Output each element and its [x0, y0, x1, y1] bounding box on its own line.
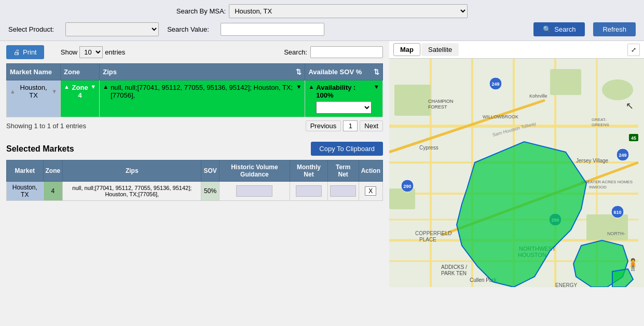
sel-zips: null, null;[77041, 95112, 77055, 95136, … [63, 182, 201, 201]
svg-text:Jersey Village: Jersey Village [576, 158, 609, 164]
msa-select[interactable]: Houston, TX [229, 4, 468, 18]
svg-text:249: 249 [491, 82, 499, 87]
sel-col-market: Market [7, 160, 44, 182]
sel-sov: 50% [201, 182, 219, 201]
availability-cell: ▲ Availability : 100% ▼ [305, 80, 383, 117]
sel-col-term-net: Term Net [327, 160, 359, 182]
market-cell: ▲ Houston, TX ▼ [7, 80, 61, 117]
svg-text:PLACE: PLACE [419, 237, 436, 242]
zone-cell: ▲ Zone 4 ▼ [61, 80, 100, 117]
svg-text:Cypress: Cypress [419, 145, 439, 151]
svg-text:PARK TEN: PARK TEN [441, 270, 467, 276]
selected-markets-section: Selected Markets Copy To Clipboard Marke… [6, 142, 383, 201]
sel-col-zone: Zone [43, 160, 63, 182]
search-value-label: Search Value: [167, 25, 209, 33]
col-zone: Zone [61, 64, 100, 80]
search-value-input[interactable] [221, 23, 324, 36]
hist-vol-input[interactable] [236, 185, 272, 197]
search-button[interactable]: 🔍 Search [533, 22, 585, 36]
selected-markets-table: Market Zone Zips SOV Historic Volume Gui… [6, 160, 383, 201]
sel-col-sov: SOV [201, 160, 219, 182]
col-zips: Zips ⇅ [100, 64, 305, 80]
sel-zone: 4 [43, 182, 63, 201]
zips-cell: ▲ null, null;[77041, 95112, 77055, 95136… [100, 80, 305, 117]
svg-text:INWOOD: INWOOD [589, 185, 607, 189]
previous-button[interactable]: Previous [306, 120, 341, 131]
svg-text:249: 249 [619, 153, 626, 158]
availability-dropdown[interactable] [316, 101, 372, 114]
sel-market: Houston, TX [7, 182, 44, 201]
availability-label: Availability : 100% [316, 84, 372, 99]
svg-text:CHAMPION: CHAMPION [428, 99, 454, 104]
sel-term-net[interactable] [327, 182, 359, 201]
entries-label: entries [105, 48, 125, 56]
sel-monthly-net[interactable] [290, 182, 328, 201]
term-net-input[interactable] [330, 185, 356, 197]
print-button[interactable]: 🖨 Print [6, 45, 44, 59]
svg-rect-17 [586, 214, 628, 240]
svg-rect-15 [550, 69, 581, 95]
page-number: 1 [343, 120, 358, 131]
pagination-info: Showing 1 to 1 of 1 entries [6, 122, 86, 130]
col-available-sov: Available SOV % ⇅ [305, 64, 383, 80]
svg-text:COPPERFIELD: COPPERFIELD [415, 230, 452, 236]
svg-text:GREAT-: GREAT- [592, 117, 607, 122]
sel-col-hist-vol: Historic Volume Guidance [219, 160, 290, 182]
refresh-button[interactable]: Refresh [593, 22, 636, 36]
zips-text: null, null;[77041, 95112, 77055, 95136, … [111, 84, 294, 99]
map-area: 290 249 249 290 610 [389, 59, 644, 287]
monthly-net-input[interactable] [296, 185, 322, 197]
selected-markets-title: Selected Markets [6, 144, 74, 154]
svg-rect-14 [394, 85, 431, 116]
svg-text:ENERGY: ENERGY [555, 282, 578, 287]
show-label: Show [61, 48, 78, 56]
table-search-label: Search: [284, 48, 307, 56]
next-button[interactable]: Next [360, 120, 383, 131]
copy-clipboard-button[interactable]: Copy To Clipboard [311, 142, 383, 156]
table-row: ▲ Houston, TX ▼ ▲ Zone 4 ▼ [7, 80, 383, 117]
market-table: Market Name Zone Zips ⇅ Available SOV % … [6, 63, 383, 117]
entries-select[interactable]: 10 25 50 [79, 46, 103, 58]
map-container: Map Satellite ⤢ [389, 41, 644, 287]
sel-hist-vol[interactable] [219, 182, 290, 201]
svg-text:GREATER ACRES HOMES: GREATER ACRES HOMES [581, 180, 633, 184]
product-label: Select Product: [8, 25, 54, 33]
svg-text:Kohrville: Kohrville [529, 93, 547, 99]
sel-action[interactable]: X [359, 182, 382, 201]
satellite-tab[interactable]: Satellite [421, 43, 459, 56]
delete-button[interactable]: X [365, 186, 376, 196]
svg-text:WILLOWBROOK: WILLOWBROOK [483, 114, 518, 119]
svg-rect-16 [389, 188, 415, 209]
table-search-input[interactable] [310, 46, 383, 58]
svg-text:45: 45 [631, 135, 636, 141]
svg-text:FOREST: FOREST [428, 104, 447, 110]
search-icon: 🔍 [543, 25, 551, 33]
svg-point-18 [602, 79, 633, 100]
expand-map-button[interactable]: ⤢ [627, 44, 640, 56]
sel-col-monthly-net: Monthly Net [290, 160, 328, 182]
street-view-icon[interactable]: 🧍 [626, 258, 640, 271]
map-tab[interactable]: Map [393, 43, 420, 56]
col-market-name: Market Name [7, 64, 61, 80]
svg-text:NORTH-: NORTH- [607, 231, 625, 236]
selected-table-row: Houston, TX 4 null, null;[77041, 95112, … [7, 182, 383, 201]
svg-text:290: 290 [403, 184, 411, 189]
product-select[interactable] [65, 22, 159, 36]
svg-text:GREENS: GREENS [592, 123, 609, 127]
sel-col-zips: Zips [63, 160, 201, 182]
sel-col-action: Action [359, 160, 382, 182]
svg-text:610: 610 [613, 210, 621, 215]
map-svg: 290 249 249 290 610 [389, 59, 644, 287]
svg-text:ADDICKS /: ADDICKS / [441, 264, 467, 270]
print-icon: 🖨 [13, 48, 20, 56]
msa-label: Search By MSA: [176, 7, 226, 15]
